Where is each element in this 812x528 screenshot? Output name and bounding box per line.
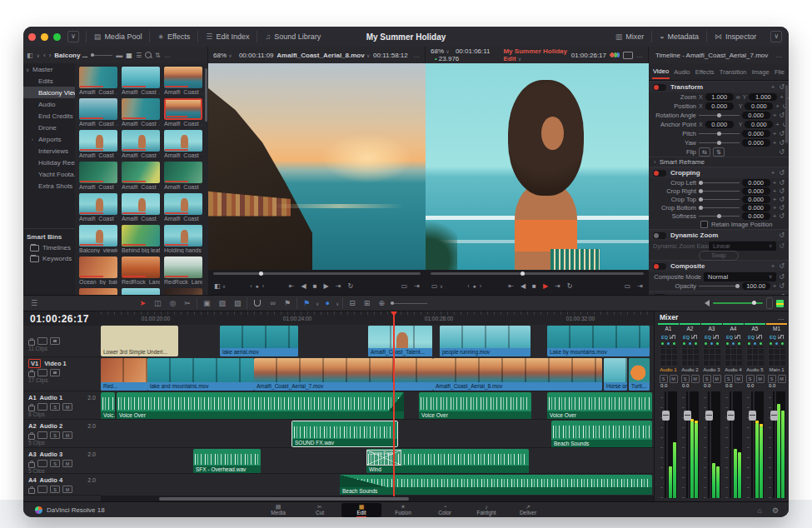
media-clip[interactable]: Amalfi_Coast_Aeri... <box>79 67 117 95</box>
position-x-value[interactable]: 0.000 <box>705 102 734 110</box>
go-to-end-button[interactable]: ⇥ <box>333 282 344 290</box>
auto-select-icon[interactable] <box>37 460 47 467</box>
solo-button[interactable]: S <box>50 403 60 411</box>
yaw-slider[interactable] <box>699 142 740 143</box>
timeline-clip[interactable]: Horse on th... <box>604 358 627 391</box>
anchor-y-value[interactable]: 0.000 <box>745 121 773 128</box>
add-keyframe-icon[interactable]: + <box>780 93 784 101</box>
crop-value[interactable]: 0.000 <box>742 212 770 220</box>
color-wheels-icon[interactable] <box>610 52 620 58</box>
anchor-x-value[interactable]: 0.000 <box>705 121 734 128</box>
track-name[interactable]: Audio 2 <box>40 422 63 430</box>
go-to-start-button[interactable]: ⇤ <box>286 282 297 290</box>
media-clip[interactable]: Amalfi_Coast_Tale... <box>164 162 202 190</box>
reset-icon[interactable]: ↺ <box>779 273 785 281</box>
fader-handle[interactable] <box>684 411 691 421</box>
timeline-clip[interactable]: SFX - Overhead.wav <box>193 449 261 473</box>
crop-slider[interactable] <box>699 216 740 217</box>
sidebar-bin-item[interactable]: Drone <box>23 122 75 133</box>
track-badge[interactable]: A4 <box>28 476 37 484</box>
track-name[interactable]: Audio 3 <box>40 451 63 458</box>
eq-control[interactable]: EQ <box>658 333 679 341</box>
track-header[interactable]: A4 Audio 4 2.0 S M 3 Clips <box>23 474 101 496</box>
chevron-down-icon[interactable]: ∨ <box>518 57 521 62</box>
chevron-down-icon[interactable]: ∨ <box>316 301 319 306</box>
reset-icon[interactable]: ↺ <box>779 83 785 91</box>
clip-thumbnail[interactable] <box>79 98 117 120</box>
cropping-enable-toggle[interactable] <box>653 170 666 177</box>
mixer-strip[interactable]: A4 EQ Audio 4 S M 0.0 <box>723 323 744 498</box>
clip-thumbnail[interactable] <box>79 130 117 152</box>
timeline-clip[interactable]: Beach Sounds <box>551 421 652 447</box>
reset-icon[interactable]: ↺ <box>779 169 785 177</box>
fullscreen-viewer-icon[interactable] <box>623 52 633 59</box>
page-tab[interactable]: ♪ Fairlight <box>466 503 506 517</box>
track-badge[interactable]: A3 <box>28 451 37 458</box>
back-icon[interactable]: ‹ <box>43 52 46 59</box>
scrollbar-thumb[interactable] <box>159 497 409 501</box>
close-window-button[interactable] <box>28 33 36 41</box>
media-clip[interactable]: Amalfi_Coast_Tale... <box>79 193 117 222</box>
auto-select-icon[interactable] <box>37 403 47 411</box>
sidebar-bin-item[interactable]: Interviews <box>23 145 75 157</box>
chevron-down-icon[interactable]: ∨ <box>228 53 232 58</box>
pitch-slider[interactable] <box>699 133 740 134</box>
media-clip[interactable]: Amalfi_Coast_Tale... <box>122 162 160 190</box>
auto-select-icon[interactable] <box>37 337 47 345</box>
crossfade-transition[interactable]: Cross Fade <box>366 450 401 466</box>
mixer-strip[interactable]: M1 EQ Main 1 S M 0.0 <box>766 323 787 498</box>
timeline-clip[interactable]: Lake by mountains.mov <box>547 326 650 356</box>
reset-icon[interactable]: ↺ <box>779 262 785 270</box>
fader-track[interactable] <box>708 391 710 498</box>
clip-thumbnail[interactable] <box>164 130 202 152</box>
auto-select-icon[interactable] <box>37 431 47 439</box>
add-keyframe-icon[interactable]: + <box>775 102 780 110</box>
eq-control[interactable]: EQ <box>701 333 722 341</box>
add-keyframe-icon[interactable]: + <box>773 112 777 119</box>
strip-mute-button[interactable]: M <box>778 375 786 383</box>
mixer-options-icon[interactable]: … <box>778 314 785 321</box>
step-back-button[interactable]: ◀ <box>299 282 309 290</box>
page-tab[interactable]: ▦ Edit <box>341 503 381 517</box>
clip-thumbnail[interactable] <box>122 98 160 120</box>
media-clip[interactable]: Amalfi_Coast_Tale... <box>164 193 202 222</box>
jog-control[interactable]: ‹ ● › <box>467 283 482 289</box>
clip-thumbnail[interactable] <box>122 193 160 215</box>
next-edit-icon[interactable]: ⇥ <box>411 282 422 290</box>
pan-dots[interactable] <box>723 341 744 346</box>
media-clip[interactable]: Amalfi_Coast_Tale... <box>79 130 117 158</box>
selection-tool-icon[interactable]: ➤ <box>137 299 148 307</box>
strip-mute-button[interactable]: M <box>756 375 765 383</box>
fader-track[interactable] <box>665 391 666 498</box>
loop-button[interactable]: ↻ <box>345 282 356 290</box>
mute-button[interactable]: M <box>62 486 72 493</box>
add-keyframe-icon[interactable]: + <box>771 83 775 91</box>
overwrite-clip-icon[interactable]: ▨ <box>216 299 228 307</box>
crop-value[interactable]: 0.000 <box>742 204 770 212</box>
add-keyframe-icon[interactable]: + <box>775 121 780 128</box>
full-extent-zoom-icon[interactable]: ⊟ <box>346 299 358 307</box>
reset-icon[interactable]: ↺ <box>779 242 785 250</box>
sidebar-bin-item[interactable]: Balcony View <box>23 87 75 98</box>
add-keyframe-icon[interactable]: + <box>773 204 777 212</box>
sidebar-bin-item[interactable]: › Airports <box>23 133 75 145</box>
timeline-clip[interactable]: Beach Sounds <box>340 475 652 495</box>
settings-gear-icon[interactable]: ⚙ <box>772 506 779 515</box>
track-monitor-icon[interactable] <box>50 369 60 376</box>
playhead-marker[interactable] <box>391 311 397 316</box>
clip-thumbnail[interactable] <box>164 162 202 183</box>
chevron-down-icon[interactable]: ∨ <box>446 49 449 54</box>
metadata-toggle[interactable]: ◒ Metadata <box>652 27 706 47</box>
clip-thumbnail[interactable] <box>164 257 202 278</box>
media-clip[interactable]: Amalfi_Coast_Aeri... <box>164 98 202 127</box>
track-header[interactable]: S M 11 Clips <box>23 326 101 357</box>
timeline-zoom-level[interactable]: 68% <box>431 47 444 55</box>
sidebar-bin-item[interactable]: Extra Shots <box>23 180 75 192</box>
viewer-size-icon[interactable]: ◧ ∨ <box>212 282 228 290</box>
list-view-icon[interactable]: ☰ <box>136 52 142 59</box>
zoom-x-value[interactable]: 1.000 <box>705 93 734 101</box>
fader-track[interactable] <box>773 391 775 498</box>
razor-tool-icon[interactable]: ✂ <box>182 299 193 307</box>
expander-icon[interactable]: ∨ <box>26 67 32 72</box>
strip-solo-button[interactable]: S <box>681 375 690 383</box>
